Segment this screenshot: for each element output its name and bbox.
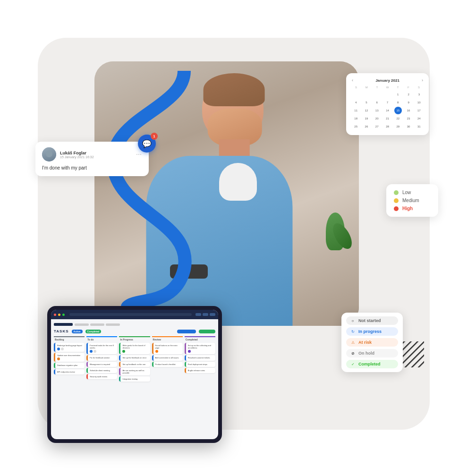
- tablet-widget: TASKS Active Completed Backlog Redesign …: [47, 306, 222, 443]
- kanban-board: Backlog Redesign landing page layout Upd…: [54, 336, 215, 382]
- cal-day-12[interactable]: 12: [363, 107, 370, 114]
- col-header-backlog: Backlog: [54, 336, 85, 341]
- cal-day-2[interactable]: 2: [405, 91, 412, 98]
- kanban-card-4: API endpoints review: [54, 369, 85, 374]
- status-on-hold: ⊘ On hold: [346, 349, 398, 357]
- kanban-card-7: Management is required: [86, 362, 117, 367]
- cal-day-18[interactable]: 18: [352, 115, 360, 122]
- cal-day-8[interactable]: 8: [394, 99, 402, 106]
- status-at-risk: ⚠ At risk: [346, 338, 398, 347]
- cal-day-1[interactable]: 1: [394, 91, 402, 98]
- kanban-card-2: Update user documentation: [54, 353, 85, 362]
- chat-bubble-icon: 💬: [142, 139, 152, 148]
- main-scene: ‹ January 2021 › S M T W T F S 1 2 3: [0, 0, 476, 476]
- cal-day-7[interactable]: 7: [383, 99, 391, 106]
- cal-day-29[interactable]: 29: [394, 123, 402, 130]
- cal-day-15[interactable]: 15: [394, 107, 402, 114]
- blue-curve-decoration: [99, 71, 212, 309]
- calendar-widget: ‹ January 2021 › S M T W T F S 1 2 3: [346, 73, 429, 135]
- toolbar-dot-green: [62, 314, 65, 316]
- status-completed: ✓ Completed: [346, 360, 398, 368]
- cal-day-10[interactable]: 10: [415, 99, 423, 106]
- at-risk-label: At risk: [358, 340, 372, 345]
- priority-low-label: Low: [402, 190, 411, 195]
- cal-day-23[interactable]: 23: [405, 115, 412, 122]
- cal-day-17[interactable]: 17: [415, 107, 423, 114]
- cal-header-t1: T: [372, 85, 382, 89]
- kanban-card-17: Product launch checklist: [152, 362, 183, 367]
- cal-day-24[interactable]: 24: [415, 115, 423, 122]
- toolbar-dot-yellow: [58, 314, 60, 316]
- priority-medium: Medium: [394, 198, 431, 203]
- cal-day-16[interactable]: 16: [405, 107, 412, 114]
- cal-day-20[interactable]: 20: [373, 115, 381, 122]
- cal-day-6[interactable]: 6: [373, 99, 381, 106]
- kanban-col-review: Review Social buttons on the main page A…: [152, 336, 183, 382]
- calendar-prev-button[interactable]: ‹: [351, 78, 354, 83]
- priority-high-label: High: [402, 206, 413, 211]
- priority-high-dot: [394, 206, 399, 211]
- sub-toolbar: [54, 322, 215, 327]
- calendar-next-button[interactable]: ›: [421, 78, 424, 83]
- toolbar-breadcrumb: [69, 313, 192, 316]
- add-view-button[interactable]: [199, 330, 215, 333]
- kanban-card-12: Set up feedback on the one: [119, 362, 150, 367]
- priority-low: Low: [394, 190, 431, 195]
- cal-day-empty-3: [373, 91, 381, 98]
- calendar-title: January 2021: [375, 78, 400, 83]
- cal-day-27[interactable]: 27: [373, 123, 381, 130]
- cal-day-14[interactable]: 14: [383, 107, 391, 114]
- col-header-completed: Completed: [185, 336, 215, 341]
- calendar-days: 1 2 3 4 5 6 7 8 9 10 11 12 13 14 15 16 1…: [351, 91, 424, 130]
- completed-icon: ✓: [350, 362, 356, 366]
- cal-header-w: W: [382, 85, 392, 89]
- kanban-card-20: Final deployment steps: [185, 362, 215, 367]
- cal-day-31[interactable]: 31: [415, 123, 423, 130]
- tasks-header-row: TASKS Active Completed: [54, 329, 215, 333]
- cal-day-22[interactable]: 22: [394, 115, 402, 122]
- priority-medium-dot: [394, 198, 399, 203]
- notification-badge: 1: [151, 133, 158, 140]
- card-dot-10: [122, 350, 125, 353]
- cal-day-25[interactable]: 25: [352, 123, 360, 130]
- priority-medium-label: Medium: [402, 198, 419, 203]
- toolbar-dot-red: [54, 314, 56, 316]
- app-content: TASKS Active Completed Backlog Redesign …: [51, 319, 218, 385]
- on-hold-label: On hold: [358, 351, 374, 356]
- kanban-card-8: Schedule client meeting: [86, 368, 117, 373]
- tasks-title: TASKS: [54, 329, 69, 333]
- kanban-card-15: Social buttons on the main page: [152, 343, 183, 354]
- cal-day-3[interactable]: 3: [415, 91, 423, 98]
- kanban-card-9: Security audit review: [86, 374, 117, 379]
- chat-header: Lukáš Foglar 15 January 2021 16:32 ⋯: [42, 147, 142, 162]
- add-task-button[interactable]: [177, 330, 196, 333]
- card-dot-2: [61, 348, 64, 350]
- at-risk-icon: ⚠: [350, 340, 356, 345]
- cal-day-13[interactable]: 13: [373, 107, 381, 114]
- cal-day-30[interactable]: 30: [405, 123, 412, 130]
- cal-day-empty-2: [363, 91, 370, 98]
- tasks-badge-active: Active: [72, 330, 83, 333]
- kanban-card-10: Write goals for the board of directors: [119, 343, 150, 354]
- kanban-card-11: Set up the feedback on error: [119, 355, 150, 360]
- nav-item-3: [106, 323, 120, 326]
- card-dot-1: [57, 348, 60, 350]
- kanban-col-inprogress: In Progress Write goals for the board of…: [119, 336, 150, 382]
- chat-user-info: Lukáš Foglar 15 January 2021 16:32: [60, 151, 132, 159]
- toolbar-icon-2: [203, 313, 208, 316]
- kanban-col-todo: To do Frontend tasks for the next 3 week…: [86, 336, 117, 382]
- cal-day-4[interactable]: 4: [352, 99, 360, 106]
- col-header-inprogress: In Progress: [119, 336, 150, 341]
- cal-day-9[interactable]: 9: [405, 99, 412, 106]
- cal-day-19[interactable]: 19: [363, 115, 370, 122]
- toolbar-icon-1: [196, 313, 201, 316]
- kanban-card-14: Integration testing: [119, 376, 150, 382]
- priority-widget: Low Medium High: [386, 184, 438, 217]
- kanban-card-21: Bugfix release notes: [185, 368, 215, 373]
- cal-day-21[interactable]: 21: [383, 115, 391, 122]
- cal-day-28[interactable]: 28: [383, 123, 391, 130]
- calendar-grid: S M T W T F S 1 2 3 4 5 6 7 8: [351, 85, 424, 130]
- cal-day-11[interactable]: 11: [352, 107, 360, 114]
- cal-day-26[interactable]: 26: [363, 123, 370, 130]
- cal-day-5[interactable]: 5: [363, 99, 370, 106]
